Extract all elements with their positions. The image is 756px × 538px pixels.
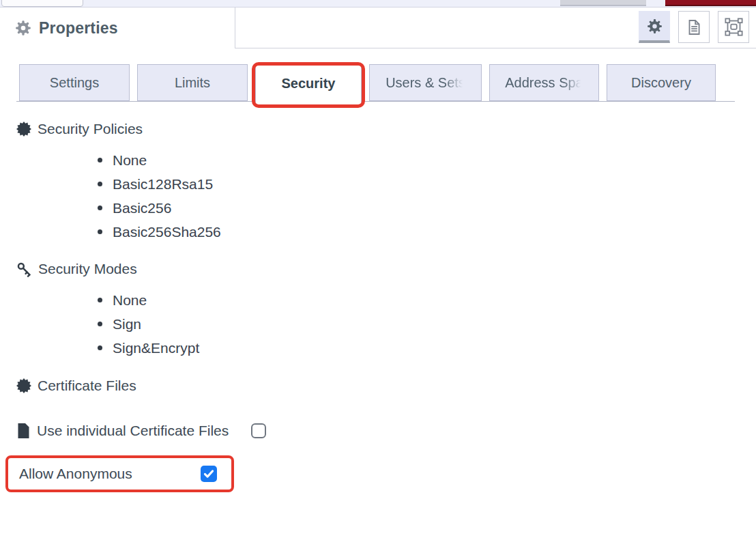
- bullet-icon: [98, 345, 102, 350]
- tab-label: Limits: [175, 75, 210, 91]
- key-icon: [16, 261, 32, 277]
- tab-discovery[interactable]: Discovery: [607, 64, 716, 101]
- list-item: Sign&Encrypt: [98, 336, 756, 360]
- cropped-button-fragment-red[interactable]: [665, 0, 756, 6]
- tab-label: Discovery: [631, 75, 691, 91]
- properties-panel-header: Properties: [0, 8, 756, 48]
- section-title: Security Modes: [38, 261, 137, 277]
- tab-address-space[interactable]: Address Spa: [489, 64, 599, 101]
- header-divider: [235, 48, 756, 48]
- top-cropped-strip: [0, 0, 756, 8]
- list-item: Sign: [98, 312, 756, 336]
- use-individual-certificate-label: Use individual Certificate Files: [37, 423, 229, 439]
- header-toolbar: [639, 11, 749, 43]
- transform-icon: [725, 18, 743, 36]
- checkmark-icon: [203, 468, 215, 480]
- tab-settings[interactable]: Settings: [19, 64, 130, 101]
- properties-view-button[interactable]: [639, 11, 670, 43]
- tab-label: Settings: [50, 75, 99, 91]
- tab-bar-divider: [16, 101, 735, 102]
- list-item: None: [98, 288, 756, 312]
- tab-label: Security: [282, 76, 336, 91]
- file-icon: [16, 423, 31, 439]
- gear-icon: [14, 19, 32, 37]
- section-title: Security Policies: [38, 121, 143, 137]
- bullet-icon: [98, 158, 102, 162]
- allow-anonymous-checkbox[interactable]: [201, 466, 217, 482]
- list-item: Basic256Sha256: [98, 220, 756, 244]
- allow-anonymous-label: Allow Anonymous: [19, 466, 132, 482]
- bullet-icon: [98, 298, 102, 302]
- tab-label: Address Spa: [505, 75, 583, 91]
- tab-label: Users & Sets: [386, 75, 465, 91]
- bullet-icon: [98, 229, 102, 234]
- security-policies-list: None Basic128Rsa15 Basic256 Basic256Sha2…: [16, 148, 756, 244]
- bullet-icon: [98, 182, 102, 186]
- certificate-files-header: Certificate Files: [16, 376, 756, 395]
- panel-title: Properties: [39, 19, 118, 38]
- list-item: Basic256: [98, 196, 756, 220]
- security-modes-header: Security Modes: [16, 259, 756, 279]
- address-space-view-button[interactable]: [718, 11, 749, 43]
- gear-icon: [646, 18, 663, 35]
- document-view-button[interactable]: [678, 11, 710, 43]
- cropped-button-fragment-gray[interactable]: [560, 0, 646, 6]
- security-modes-list: None Sign Sign&Encrypt: [16, 288, 756, 360]
- document-icon: [685, 18, 703, 36]
- list-item: None: [98, 148, 756, 172]
- security-tab-content: Security Policies None Basic128Rsa15 Bas…: [0, 119, 756, 492]
- certificate-icon: [16, 122, 31, 137]
- use-individual-certificate-row: Use individual Certificate Files: [16, 421, 756, 441]
- properties-panel-tab[interactable]: Properties: [0, 8, 235, 48]
- bullet-icon: [98, 322, 102, 326]
- bullet-icon: [98, 206, 102, 210]
- red-annotation-allow-anonymous: Allow Anonymous: [5, 455, 234, 492]
- certificate-icon: [16, 378, 31, 393]
- tab-limits[interactable]: Limits: [137, 64, 248, 101]
- properties-tab-bar: Settings Limits Security Users & Sets Ad…: [0, 64, 756, 102]
- use-individual-certificate-checkbox[interactable]: [251, 423, 266, 438]
- tab-users-sets[interactable]: Users & Sets: [369, 64, 482, 101]
- section-title: Certificate Files: [38, 378, 136, 394]
- tab-security[interactable]: Security: [255, 64, 362, 102]
- list-item: Basic128Rsa15: [98, 172, 756, 196]
- security-policies-header: Security Policies: [16, 119, 756, 139]
- cropped-button-fragment-left[interactable]: [1, 0, 83, 7]
